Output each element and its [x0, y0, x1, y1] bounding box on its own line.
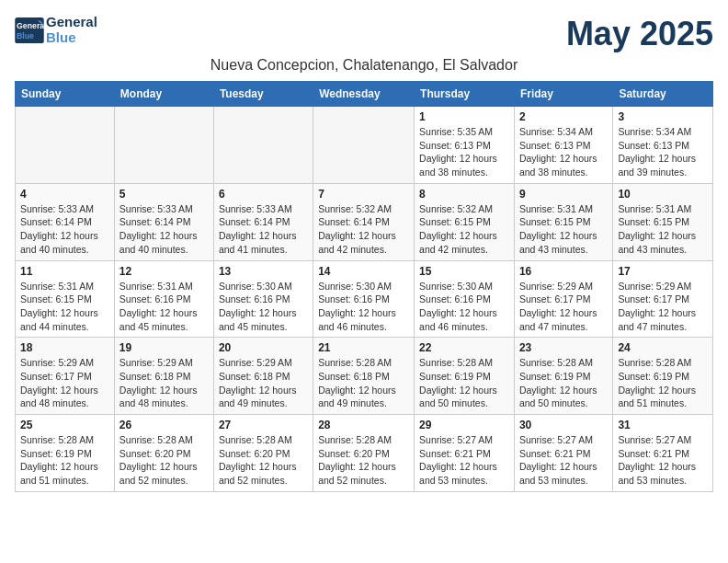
day-info: Sunrise: 5:32 AMSunset: 6:14 PMDaylight:… — [318, 202, 409, 257]
weekday-header-wednesday: Wednesday — [313, 82, 415, 107]
calendar-table: SundayMondayTuesdayWednesdayThursdayFrid… — [15, 81, 713, 492]
day-info: Sunrise: 5:32 AMSunset: 6:15 PMDaylight:… — [419, 202, 509, 257]
calendar-cell: 21Sunrise: 5:28 AMSunset: 6:18 PMDayligh… — [313, 338, 415, 415]
day-number: 6 — [219, 188, 308, 201]
day-number: 21 — [318, 341, 409, 354]
calendar-cell: 26Sunrise: 5:28 AMSunset: 6:20 PMDayligh… — [114, 415, 213, 492]
day-number: 8 — [419, 188, 509, 201]
day-number: 29 — [419, 419, 509, 431]
day-info: Sunrise: 5:31 AMSunset: 6:15 PMDaylight:… — [519, 202, 608, 257]
weekday-header-friday: Friday — [514, 82, 612, 107]
calendar-cell: 13Sunrise: 5:30 AMSunset: 6:16 PMDayligh… — [213, 260, 313, 338]
day-number: 19 — [119, 341, 209, 354]
calendar-cell — [213, 107, 313, 184]
day-number: 27 — [219, 419, 308, 431]
day-number: 30 — [519, 419, 608, 431]
day-info: Sunrise: 5:30 AMSunset: 6:16 PMDaylight:… — [318, 280, 409, 334]
day-number: 20 — [219, 341, 308, 354]
day-number: 5 — [119, 188, 209, 201]
calendar-cell: 12Sunrise: 5:31 AMSunset: 6:16 PMDayligh… — [114, 260, 213, 338]
calendar-cell: 5Sunrise: 5:33 AMSunset: 6:14 PMDaylight… — [114, 183, 213, 260]
calendar-cell: 15Sunrise: 5:30 AMSunset: 6:16 PMDayligh… — [415, 260, 515, 338]
day-info: Sunrise: 5:34 AMSunset: 6:13 PMDaylight:… — [618, 125, 708, 179]
day-info: Sunrise: 5:33 AMSunset: 6:14 PMDaylight:… — [20, 202, 109, 257]
calendar-cell — [16, 107, 115, 184]
calendar-cell — [114, 107, 213, 184]
logo-text: General Blue — [46, 15, 97, 45]
day-info: Sunrise: 5:33 AMSunset: 6:14 PMDaylight:… — [119, 202, 209, 257]
day-number: 23 — [519, 341, 608, 354]
weekday-header-saturday: Saturday — [613, 82, 713, 107]
weekday-header-sunday: Sunday — [16, 82, 115, 107]
day-info: Sunrise: 5:29 AMSunset: 6:18 PMDaylight:… — [119, 356, 209, 410]
day-number: 11 — [20, 265, 109, 278]
day-info: Sunrise: 5:33 AMSunset: 6:14 PMDaylight:… — [219, 202, 308, 257]
logo: General Blue General Blue — [15, 15, 97, 45]
day-number: 9 — [519, 188, 608, 201]
month-title: May 2025 — [566, 15, 713, 53]
calendar-cell: 11Sunrise: 5:31 AMSunset: 6:15 PMDayligh… — [16, 260, 115, 338]
calendar-cell: 17Sunrise: 5:29 AMSunset: 6:17 PMDayligh… — [613, 260, 713, 338]
calendar-cell: 28Sunrise: 5:28 AMSunset: 6:20 PMDayligh… — [313, 415, 415, 492]
day-info: Sunrise: 5:28 AMSunset: 6:19 PMDaylight:… — [20, 433, 109, 488]
day-number: 12 — [119, 265, 209, 278]
weekday-header-thursday: Thursday — [415, 82, 515, 107]
calendar-cell: 6Sunrise: 5:33 AMSunset: 6:14 PMDaylight… — [213, 183, 313, 260]
calendar-cell: 4Sunrise: 5:33 AMSunset: 6:14 PMDaylight… — [16, 183, 115, 260]
day-number: 1 — [419, 110, 509, 123]
calendar-cell: 29Sunrise: 5:27 AMSunset: 6:21 PMDayligh… — [415, 415, 515, 492]
calendar-cell: 19Sunrise: 5:29 AMSunset: 6:18 PMDayligh… — [114, 338, 213, 415]
day-info: Sunrise: 5:31 AMSunset: 6:16 PMDaylight:… — [119, 280, 209, 334]
day-number: 7 — [318, 188, 409, 201]
day-number: 3 — [618, 110, 708, 123]
day-info: Sunrise: 5:27 AMSunset: 6:21 PMDaylight:… — [419, 433, 509, 488]
day-info: Sunrise: 5:28 AMSunset: 6:19 PMDaylight:… — [519, 356, 608, 410]
calendar-cell: 16Sunrise: 5:29 AMSunset: 6:17 PMDayligh… — [514, 260, 612, 338]
calendar-cell: 8Sunrise: 5:32 AMSunset: 6:15 PMDaylight… — [415, 183, 515, 260]
svg-text:Blue: Blue — [17, 30, 34, 40]
weekday-header-monday: Monday — [114, 82, 213, 107]
calendar-cell: 2Sunrise: 5:34 AMSunset: 6:13 PMDaylight… — [514, 107, 612, 184]
calendar-cell: 24Sunrise: 5:28 AMSunset: 6:19 PMDayligh… — [613, 338, 713, 415]
day-info: Sunrise: 5:29 AMSunset: 6:17 PMDaylight:… — [519, 280, 608, 334]
day-number: 13 — [219, 265, 308, 278]
day-number: 17 — [618, 265, 708, 278]
calendar-cell: 14Sunrise: 5:30 AMSunset: 6:16 PMDayligh… — [313, 260, 415, 338]
calendar-cell: 30Sunrise: 5:27 AMSunset: 6:21 PMDayligh… — [514, 415, 612, 492]
calendar-cell — [313, 107, 415, 184]
day-info: Sunrise: 5:31 AMSunset: 6:15 PMDaylight:… — [20, 280, 109, 334]
calendar-cell: 10Sunrise: 5:31 AMSunset: 6:15 PMDayligh… — [613, 183, 713, 260]
day-number: 28 — [318, 419, 409, 431]
svg-text:General: General — [17, 21, 44, 30]
calendar-cell: 18Sunrise: 5:29 AMSunset: 6:17 PMDayligh… — [16, 338, 115, 415]
day-info: Sunrise: 5:34 AMSunset: 6:13 PMDaylight:… — [519, 125, 608, 179]
day-number: 4 — [20, 188, 109, 201]
day-info: Sunrise: 5:28 AMSunset: 6:19 PMDaylight:… — [419, 356, 509, 410]
calendar-cell: 25Sunrise: 5:28 AMSunset: 6:19 PMDayligh… — [16, 415, 115, 492]
calendar-cell: 9Sunrise: 5:31 AMSunset: 6:15 PMDaylight… — [514, 183, 612, 260]
calendar-cell: 22Sunrise: 5:28 AMSunset: 6:19 PMDayligh… — [415, 338, 515, 415]
day-number: 10 — [618, 188, 708, 201]
day-info: Sunrise: 5:28 AMSunset: 6:20 PMDaylight:… — [219, 433, 308, 488]
day-number: 16 — [519, 265, 608, 278]
calendar-cell: 7Sunrise: 5:32 AMSunset: 6:14 PMDaylight… — [313, 183, 415, 260]
weekday-header-tuesday: Tuesday — [213, 82, 313, 107]
day-info: Sunrise: 5:28 AMSunset: 6:18 PMDaylight:… — [318, 356, 409, 410]
day-info: Sunrise: 5:35 AMSunset: 6:13 PMDaylight:… — [419, 125, 509, 179]
calendar-cell: 27Sunrise: 5:28 AMSunset: 6:20 PMDayligh… — [213, 415, 313, 492]
day-number: 24 — [618, 341, 708, 354]
day-info: Sunrise: 5:30 AMSunset: 6:16 PMDaylight:… — [219, 280, 308, 334]
day-number: 18 — [20, 341, 109, 354]
day-info: Sunrise: 5:27 AMSunset: 6:21 PMDaylight:… — [519, 433, 608, 488]
day-number: 26 — [119, 419, 209, 431]
day-info: Sunrise: 5:29 AMSunset: 6:17 PMDaylight:… — [20, 356, 109, 410]
day-number: 31 — [618, 419, 708, 431]
day-info: Sunrise: 5:31 AMSunset: 6:15 PMDaylight:… — [618, 202, 708, 257]
day-info: Sunrise: 5:27 AMSunset: 6:21 PMDaylight:… — [618, 433, 708, 488]
day-info: Sunrise: 5:29 AMSunset: 6:17 PMDaylight:… — [618, 280, 708, 334]
day-info: Sunrise: 5:30 AMSunset: 6:16 PMDaylight:… — [419, 280, 509, 334]
day-number: 2 — [519, 110, 608, 123]
calendar-cell: 3Sunrise: 5:34 AMSunset: 6:13 PMDaylight… — [613, 107, 713, 184]
day-number: 14 — [318, 265, 409, 278]
day-number: 15 — [419, 265, 509, 278]
